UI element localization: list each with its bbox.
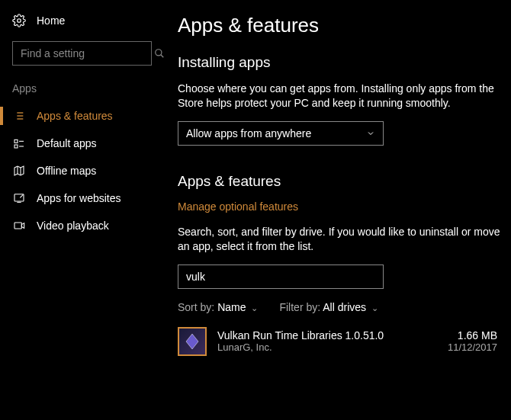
sidebar-item-label: Offline maps (37, 165, 96, 177)
app-list-item[interactable]: Vulkan Run Time Libraries 1.0.51.0 Lunar… (178, 327, 511, 356)
chevron-down-icon: ⌄ (249, 303, 258, 313)
filter-label: Filter by: (279, 301, 320, 313)
settings-search[interactable] (12, 41, 152, 66)
sidebar-item-label: Video playback (37, 220, 109, 232)
home-label: Home (37, 14, 65, 27)
map-icon (12, 165, 26, 177)
filter-by[interactable]: Filter by: All drives ⌄ (279, 301, 378, 313)
video-icon (12, 220, 26, 232)
app-size: 1.66 MB (448, 329, 497, 341)
svg-marker-20 (186, 334, 198, 349)
sidebar-item-label: Apps for websites (37, 192, 121, 204)
sort-by[interactable]: Sort by: Name ⌄ (178, 301, 258, 313)
sort-filter-bar: Sort by: Name ⌄ Filter by: All drives ⌄ (178, 301, 511, 313)
svg-line-2 (161, 55, 164, 58)
svg-rect-9 (14, 139, 18, 143)
settings-search-input[interactable] (21, 47, 154, 59)
svg-rect-18 (14, 223, 21, 229)
app-date: 11/12/2017 (448, 341, 497, 353)
defaults-icon (12, 137, 26, 149)
chevron-down-icon: ⌄ (369, 303, 378, 313)
sidebar: Home Apps Apps & features Default apps (0, 0, 164, 420)
sidebar-item-label: Default apps (37, 137, 97, 149)
sidebar-item-apps-features[interactable]: Apps & features (0, 102, 164, 130)
list-icon (12, 110, 26, 122)
chevron-down-icon (366, 129, 375, 138)
install-source-dropdown[interactable]: Allow apps from anywhere (178, 121, 384, 146)
sidebar-item-default-apps[interactable]: Default apps (0, 130, 164, 157)
svg-line-17 (20, 194, 23, 197)
sidebar-item-apps-websites[interactable]: Apps for websites (0, 184, 164, 212)
app-search[interactable] (178, 265, 384, 289)
sidebar-category: Apps (0, 82, 164, 102)
svg-point-0 (18, 19, 21, 23)
sort-value: Name (217, 301, 246, 313)
app-publisher: LunarG, Inc. (217, 341, 437, 353)
manage-optional-link[interactable]: Manage optional features (178, 200, 511, 213)
svg-marker-13 (14, 166, 24, 175)
page-title: Apps & features (178, 14, 511, 37)
dropdown-value: Allow apps from anywhere (186, 127, 311, 139)
link-icon (12, 192, 26, 204)
search-desc: Search, sort, and filter by drive. If yo… (178, 225, 511, 254)
app-search-input[interactable] (186, 271, 375, 283)
home-button[interactable]: Home (0, 14, 164, 41)
sidebar-item-video-playback[interactable]: Video playback (0, 212, 164, 239)
sidebar-item-label: Apps & features (37, 110, 113, 122)
installing-apps-desc: Choose where you can get apps from. Inst… (178, 82, 511, 111)
gear-icon (12, 14, 26, 27)
filter-value: All drives (323, 301, 366, 313)
installing-apps-heading: Installing apps (178, 54, 511, 71)
main-content: Apps & features Installing apps Choose w… (164, 0, 511, 420)
svg-rect-10 (14, 145, 18, 148)
svg-point-1 (156, 50, 162, 56)
sort-label: Sort by: (178, 301, 214, 313)
app-icon (178, 327, 207, 356)
app-name: Vulkan Run Time Libraries 1.0.51.0 (217, 329, 437, 341)
sidebar-item-offline-maps[interactable]: Offline maps (0, 157, 164, 184)
apps-features-heading: Apps & features (178, 173, 511, 190)
search-icon (154, 48, 165, 59)
